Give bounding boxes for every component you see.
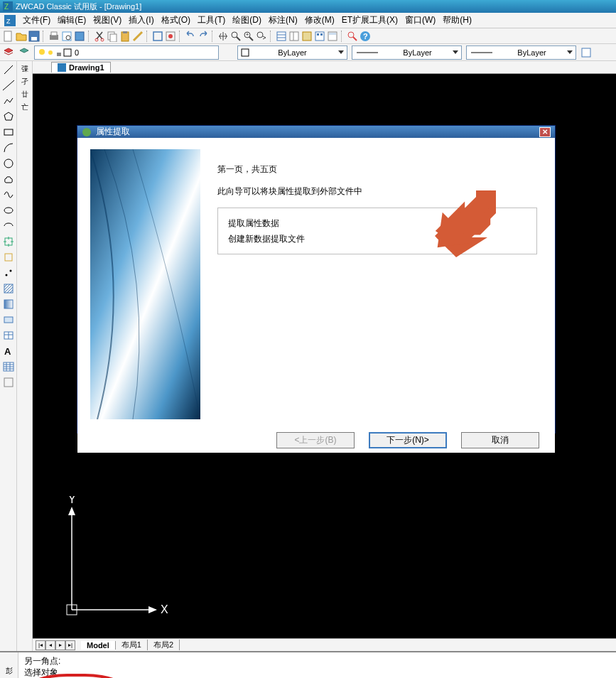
menu-edit[interactable]: 编辑(E): [58, 14, 86, 26]
copy-icon[interactable]: [107, 31, 118, 42]
dialog-titlebar[interactable]: 属性提取 ✕: [77, 126, 555, 138]
circle-icon[interactable]: [3, 158, 14, 169]
menu-file[interactable]: 文件(F): [23, 14, 50, 26]
svg-rect-45: [64, 49, 71, 56]
layer-manager-icon[interactable]: [3, 47, 14, 58]
svg-text:Y: Y: [68, 496, 76, 505]
layout-tab-model[interactable]: Model: [81, 641, 116, 650]
menu-dimension[interactable]: 标注(N): [269, 14, 298, 26]
tab-nav-prev-icon[interactable]: ◂: [45, 640, 55, 650]
zoom-window-icon[interactable]: +: [243, 31, 254, 42]
help-icon[interactable]: ?: [360, 31, 371, 42]
dialog-page-label: 第一页，共五页: [217, 163, 542, 176]
svg-rect-4: [4, 31, 11, 41]
menu-format[interactable]: 格式(O): [161, 14, 190, 26]
hatch-icon[interactable]: [3, 283, 14, 294]
menu-view[interactable]: 视图(V): [93, 14, 121, 26]
window-titlebar: Z ZWCAD Classic 试用版 - [Drawing1]: [0, 0, 616, 13]
layout-tab-2[interactable]: 布局2: [148, 640, 180, 650]
color-dropdown[interactable]: ByLayer: [237, 45, 347, 60]
open-icon[interactable]: [16, 31, 27, 42]
modify-icon-1[interactable]: 弽: [21, 64, 28, 74]
pan-icon[interactable]: [217, 31, 229, 42]
tab-nav-last-icon[interactable]: ▸|: [65, 640, 75, 650]
tab-nav-next-icon[interactable]: ▸: [55, 640, 65, 650]
block-icon[interactable]: [152, 31, 163, 42]
menu-help[interactable]: 帮助(H): [443, 14, 472, 26]
menu-bar: Z 文件(F) 编辑(E) 视图(V) 插入(I) 格式(O) 工具(T) 绘图…: [0, 13, 616, 28]
menu-tools[interactable]: 工具(T): [198, 14, 225, 26]
rectangle-icon[interactable]: [3, 127, 14, 138]
xline-icon[interactable]: [3, 80, 14, 91]
menu-insert[interactable]: 插入(I): [129, 14, 153, 26]
print-icon[interactable]: [48, 31, 60, 42]
ellipse-arc-icon[interactable]: [3, 220, 14, 232]
ellipse-icon[interactable]: [3, 205, 14, 216]
annotation-arrow-final: [423, 183, 502, 262]
point-icon[interactable]: [3, 267, 14, 279]
mtext-icon[interactable]: A: [3, 345, 14, 357]
redo-icon[interactable]: [198, 31, 209, 42]
layer-prev-icon[interactable]: [18, 47, 30, 58]
zoom-prev-icon[interactable]: [256, 31, 267, 42]
cancel-button[interactable]: 取消: [461, 432, 539, 448]
layer-dropdown[interactable]: 0: [34, 45, 219, 60]
svg-rect-18: [153, 32, 162, 41]
design-center-icon[interactable]: [288, 31, 300, 42]
insert-block-icon[interactable]: [3, 236, 14, 247]
toolbar-separator: [179, 31, 182, 42]
gradient-icon[interactable]: [3, 298, 14, 310]
paste-icon[interactable]: [119, 31, 131, 42]
more-table-icon[interactable]: [3, 361, 14, 372]
zoom-icon[interactable]: [347, 31, 358, 42]
cmd-icon-1[interactable]: 彭: [6, 666, 13, 676]
undo-icon[interactable]: [185, 31, 196, 42]
modify-icon-3[interactable]: 廿: [21, 90, 28, 99]
modify-icon-2[interactable]: 孑: [21, 77, 28, 87]
new-icon[interactable]: [3, 31, 14, 42]
svg-line-50: [4, 65, 13, 74]
extra-icon[interactable]: [3, 377, 14, 388]
tool-palette-icon[interactable]: [301, 31, 313, 42]
doc-icon: [58, 63, 66, 72]
menu-modify[interactable]: 修改(M): [305, 14, 335, 26]
attribute-extract-dialog: 属性提取 ✕ 第一页，共五页: [77, 125, 556, 434]
layout-tab-1[interactable]: 布局1: [116, 640, 148, 650]
line-icon[interactable]: [3, 64, 14, 75]
color-value: ByLayer: [278, 48, 306, 57]
pline-icon[interactable]: [3, 95, 14, 107]
block-edit-icon[interactable]: [165, 31, 176, 42]
make-block-icon[interactable]: [3, 252, 14, 263]
modify-toolbar: 弽 孑 廿 亡: [17, 61, 33, 651]
modify-icon-4[interactable]: 亡: [21, 102, 28, 112]
arc-icon[interactable]: [3, 142, 14, 154]
color-button-icon[interactable]: [580, 47, 592, 58]
region-icon[interactable]: [3, 314, 14, 325]
lineweight-dropdown[interactable]: ByLayer: [466, 45, 576, 60]
revcloud-icon[interactable]: [3, 173, 14, 185]
spline-icon[interactable]: [3, 189, 14, 200]
app-menu-icon[interactable]: Z: [4, 15, 16, 26]
command-history[interactable]: 另一角点: 选择对象 选择对象: 令: EATTEXT: [18, 652, 616, 678]
menu-window[interactable]: 窗口(W): [405, 14, 436, 26]
document-tab-active[interactable]: Drawing1: [51, 62, 111, 72]
tab-nav-first-icon[interactable]: |◂: [36, 640, 45, 650]
cut-icon[interactable]: [94, 31, 105, 42]
svg-rect-49: [582, 48, 590, 57]
print-preview-icon[interactable]: [61, 31, 72, 42]
polygon-icon[interactable]: [3, 111, 14, 122]
sheet-set-icon[interactable]: [314, 31, 325, 42]
linetype-dropdown[interactable]: ByLayer: [352, 45, 462, 60]
next-button[interactable]: 下一步(N)>: [369, 432, 447, 448]
properties-icon[interactable]: [276, 31, 287, 42]
close-icon[interactable]: ✕: [539, 127, 551, 137]
svg-point-26: [257, 32, 263, 38]
calc-icon[interactable]: [327, 31, 338, 42]
menu-etext[interactable]: ET扩展工具(X): [342, 14, 398, 26]
table-icon[interactable]: [3, 330, 14, 341]
menu-draw[interactable]: 绘图(D): [232, 14, 261, 26]
publish-icon[interactable]: [74, 31, 85, 42]
match-prop-icon[interactable]: [132, 31, 144, 42]
zoom-realtime-icon[interactable]: [230, 31, 242, 42]
save-icon[interactable]: [28, 31, 40, 42]
